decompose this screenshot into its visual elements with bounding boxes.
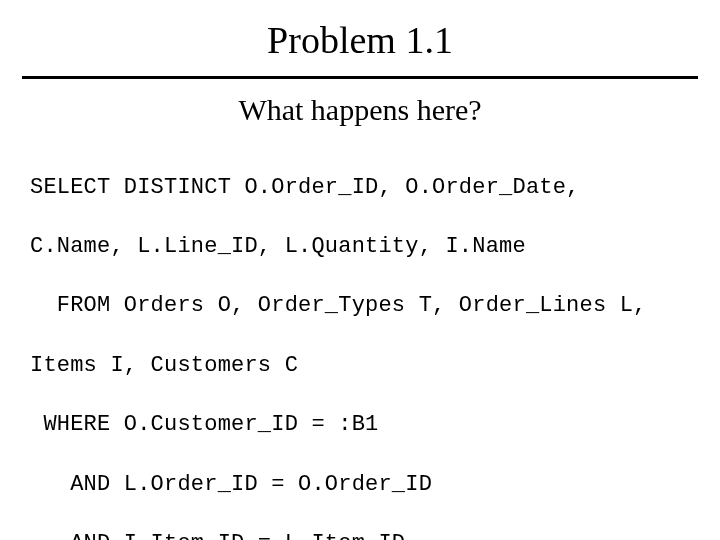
code-line: AND L.Order_ID = O.Order_ID: [30, 470, 690, 500]
code-line: WHERE O.Customer_ID = :B1: [30, 410, 690, 440]
sql-code-block: SELECT DISTINCT O.Order_ID, O.Order_Date…: [0, 143, 720, 540]
slide: Problem 1.1 What happens here? SELECT DI…: [0, 0, 720, 540]
slide-title: Problem 1.1: [0, 0, 720, 76]
code-line: SELECT DISTINCT O.Order_ID, O.Order_Date…: [30, 173, 690, 203]
code-line: AND I.Item_ID = L.Item_ID: [30, 529, 690, 540]
code-line: Items I, Customers C: [30, 351, 690, 381]
slide-subtitle: What happens here?: [0, 79, 720, 143]
code-line: C.Name, L.Line_ID, L.Quantity, I.Name: [30, 232, 690, 262]
code-line: FROM Orders O, Order_Types T, Order_Line…: [30, 291, 690, 321]
